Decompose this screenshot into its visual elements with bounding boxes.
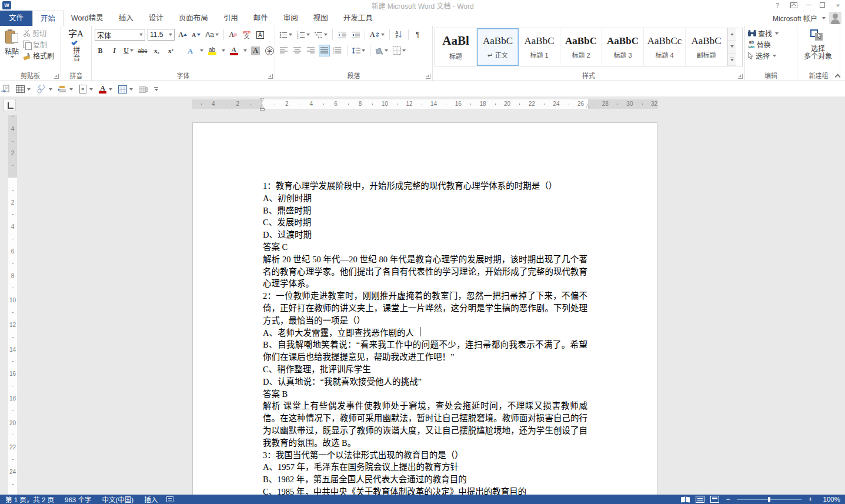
dialog-launcher-icon[interactable]	[268, 74, 273, 79]
pinyin-button[interactable]: 字A 拼音	[63, 28, 89, 70]
macro-record-icon[interactable]	[166, 496, 173, 502]
decrease-indent-button[interactable]	[336, 29, 348, 41]
justify-button[interactable]	[319, 45, 330, 56]
align-center-button[interactable]	[292, 45, 303, 56]
numbering-button[interactable]: 123	[296, 29, 311, 41]
qat-more-button[interactable]	[154, 87, 158, 91]
strikethrough-button[interactable]: abc	[137, 45, 148, 56]
tab-审阅[interactable]: 审阅	[276, 11, 306, 26]
read-mode-icon[interactable]	[681, 496, 690, 503]
clear-formatting-button[interactable]: A	[228, 29, 239, 41]
styles-scroll-up-icon[interactable]	[728, 28, 736, 41]
styles-more-icon[interactable]	[728, 54, 736, 66]
table-borders-button[interactable]	[118, 85, 133, 94]
web-layout-icon[interactable]	[710, 496, 719, 503]
document-text[interactable]: 1：教育心理学发展阶段中，开始形成完整的现代教育心理学体系的时期是（）A、初创时…	[193, 123, 657, 495]
paragraph-indent-button[interactable]	[58, 85, 73, 94]
print-layout-icon[interactable]	[696, 496, 704, 503]
replace-button[interactable]: ab⤷ac 替换	[747, 39, 795, 50]
page-indicator[interactable]: 第 1 页，共 2 页	[0, 495, 59, 504]
shrink-font-button[interactable]: A	[191, 29, 202, 41]
font-size-combo[interactable]: 11.5	[148, 29, 175, 41]
tab-file[interactable]: 文件	[0, 11, 32, 26]
sort-button[interactable]: AZ	[393, 29, 405, 41]
left-indent-marker[interactable]	[260, 108, 265, 111]
align-left-button[interactable]	[278, 45, 289, 56]
bullets-button[interactable]	[278, 29, 293, 41]
phonetic-guide-button[interactable]: wén文	[241, 29, 252, 41]
underline-button[interactable]: U	[123, 45, 134, 56]
select-multiple-objects-button[interactable]: 选择 多个对象	[799, 28, 837, 70]
superscript-button[interactable]: x²	[165, 45, 176, 56]
font-family-combo[interactable]: 宋体	[95, 29, 145, 41]
tab-Word精灵[interactable]: Word精灵	[64, 11, 111, 26]
grow-font-button[interactable]: A	[177, 29, 188, 41]
style-item-↵ 正文[interactable]: AaBbC↵ 正文	[477, 28, 519, 66]
help-icon[interactable]: ?	[773, 2, 782, 9]
character-shading-button[interactable]: A	[250, 45, 261, 56]
font-color-button-qat[interactable]: A	[99, 85, 112, 94]
shading-button[interactable]	[374, 45, 389, 56]
highlight-color-button[interactable]: ab	[206, 45, 218, 56]
zoom-level[interactable]: 100%	[819, 496, 840, 503]
line-spacing-button[interactable]	[351, 45, 366, 56]
select-button[interactable]: 选择	[747, 50, 795, 61]
distribute-button[interactable]	[332, 45, 343, 56]
insert-mode-indicator[interactable]: 插入	[139, 495, 163, 504]
increase-indent-button[interactable]	[350, 29, 361, 41]
zoom-in-button[interactable]: +	[807, 495, 813, 503]
avatar[interactable]	[829, 12, 841, 24]
italic-button[interactable]: I	[109, 45, 120, 56]
font-color-button[interactable]: A	[228, 45, 239, 56]
tab-开始[interactable]: 开始	[32, 11, 64, 26]
maximize-icon[interactable]	[820, 2, 825, 8]
align-right-button[interactable]	[305, 45, 316, 56]
page-number-button[interactable]: #	[79, 85, 93, 94]
style-item-副标题[interactable]: AaBbC副标题	[686, 28, 727, 66]
enclose-characters-button[interactable]: 字	[264, 45, 275, 56]
minimize-icon[interactable]	[806, 5, 811, 5]
dialog-launcher-icon[interactable]	[738, 74, 743, 79]
copy-button[interactable]: 复制	[22, 39, 55, 50]
dialog-launcher-icon[interactable]	[54, 74, 59, 79]
asian-layout-button[interactable]: A	[369, 29, 386, 41]
paste-button[interactable]: 粘贴	[2, 28, 22, 70]
first-line-indent-marker[interactable]: ▽	[260, 98, 264, 102]
shapes-button[interactable]	[36, 85, 52, 94]
send-doc-button[interactable]	[1, 85, 10, 94]
tab-页面布局[interactable]: 页面布局	[171, 11, 216, 26]
change-case-button[interactable]: Aa	[204, 29, 220, 41]
vertical-ruler[interactable]: 4224681012141618202224	[8, 115, 17, 495]
style-item-标题 4[interactable]: AaBbCc标题 4	[644, 28, 686, 66]
style-item-标题 1[interactable]: AaBbC标题 1	[519, 28, 560, 66]
word-count[interactable]: 963 个字	[59, 495, 96, 504]
ribbon-display-options-icon[interactable]	[790, 2, 797, 8]
subscript-button[interactable]: x₂	[151, 45, 162, 56]
document-page[interactable]: 1：教育心理学发展阶段中，开始形成完整的现代教育心理学体系的时期是（）A、初创时…	[192, 122, 657, 495]
tab-stop-selector[interactable]	[4, 99, 16, 111]
cut-button[interactable]: 剪切	[22, 28, 55, 39]
horizontal-ruler[interactable]: ▽ △ △ 422468101214161820222426283032	[192, 99, 658, 109]
account-area[interactable]: Microsoft 帐户	[773, 12, 841, 24]
tab-开发工具[interactable]: 开发工具	[336, 11, 380, 26]
style-item-标题[interactable]: AaBl标题	[435, 28, 477, 66]
borders-button[interactable]	[392, 45, 407, 56]
hanging-indent-marker[interactable]: △	[260, 104, 264, 108]
phonetic-table-button[interactable]	[139, 85, 148, 94]
tab-邮件[interactable]: 邮件	[246, 11, 276, 26]
close-icon[interactable]: ×	[833, 2, 843, 9]
style-item-标题 2[interactable]: AaBbC标题 2	[560, 28, 602, 66]
tab-视图[interactable]: 视图	[306, 11, 336, 26]
bold-button[interactable]: B	[95, 45, 106, 56]
collapse-ribbon-icon[interactable]	[835, 73, 840, 78]
insert-table-button[interactable]	[16, 85, 31, 93]
find-button[interactable]: 查找	[747, 28, 795, 39]
tab-插入[interactable]: 插入	[111, 11, 141, 26]
tab-引用[interactable]: 引用	[216, 11, 246, 26]
language-indicator[interactable]: 中文(中国)	[96, 495, 139, 504]
tab-设计[interactable]: 设计	[141, 11, 171, 26]
zoom-slider-thumb[interactable]	[768, 497, 770, 502]
styles-scroll-down-icon[interactable]	[728, 41, 736, 53]
right-indent-marker[interactable]: △	[586, 104, 590, 108]
style-item-标题 3[interactable]: AaBbC标题 3	[602, 28, 644, 66]
